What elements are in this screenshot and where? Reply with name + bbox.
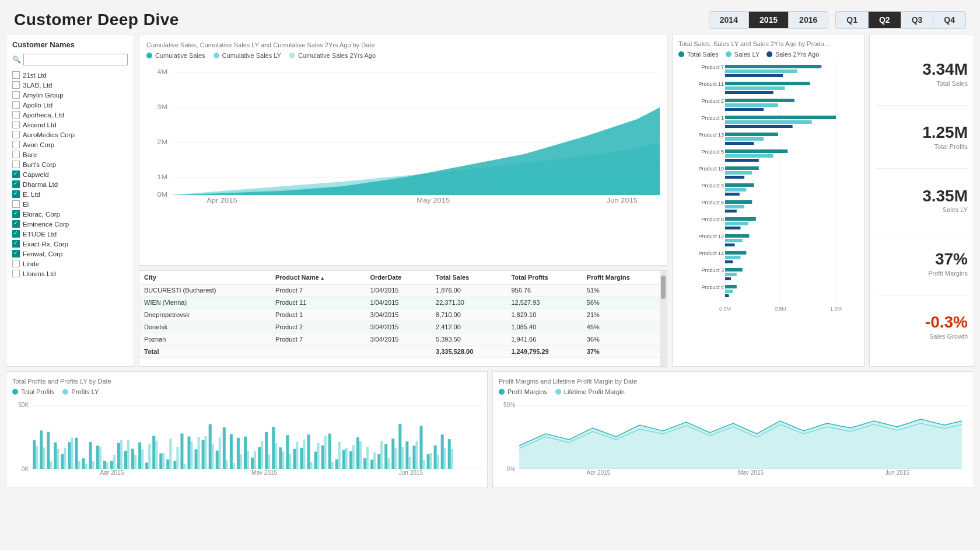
customer-checkbox[interactable]	[12, 161, 20, 168]
bottom-left-svg: 50K 0K Apr 2015 May 2015 Jun 2015	[12, 399, 481, 475]
quarter-q2-button[interactable]: Q2	[869, 12, 901, 28]
svg-rect-108	[124, 451, 127, 469]
customer-name-label: E. Ltd	[23, 191, 40, 198]
year-group: 2014 2015 2016	[709, 11, 828, 29]
legend-dot-sales-ly	[726, 51, 732, 57]
col-totalsales[interactable]: Total Sales	[431, 271, 506, 284]
svg-text:May 2015: May 2015	[251, 469, 278, 475]
customer-list-item[interactable]: Capweld	[12, 169, 128, 179]
customer-list-item[interactable]: AuroMedics Corp	[12, 130, 128, 140]
col-city[interactable]: City	[139, 271, 271, 284]
year-2016-button[interactable]: 2016	[789, 12, 828, 28]
customer-checkbox[interactable]	[12, 170, 20, 178]
svg-rect-69	[725, 260, 733, 263]
svg-rect-147	[261, 441, 263, 469]
customer-checkbox[interactable]	[12, 260, 20, 267]
customer-name-label: 3LAB, Ltd	[23, 82, 52, 89]
legend-sales-2yr: Sales 2Yrs Ago	[766, 51, 819, 58]
table-scrollbar[interactable]	[660, 271, 667, 366]
svg-text:Product 13: Product 13	[698, 132, 724, 138]
customer-list-item[interactable]: Exact-Rx, Corp	[12, 239, 128, 249]
svg-rect-65	[725, 243, 735, 246]
svg-rect-68	[725, 256, 740, 259]
scrollbar-thumb	[661, 276, 666, 299]
customer-checkbox[interactable]	[12, 141, 20, 148]
customer-list-item[interactable]: Apollo Ltd	[12, 100, 128, 110]
bottom-row: Total Profits and Profits LY by Date Tot…	[0, 371, 980, 488]
customer-list-item[interactable]: Linde	[12, 259, 128, 269]
customer-checkbox[interactable]	[12, 111, 20, 119]
customer-list-item[interactable]: Fenwal, Corp	[12, 249, 128, 259]
kpi-profit-margins-value: 37%	[935, 250, 968, 269]
svg-rect-110	[131, 449, 134, 469]
col-product[interactable]: Product Name	[271, 271, 365, 284]
customer-list-item[interactable]: 21st Ltd	[12, 70, 128, 80]
svg-rect-120	[166, 460, 169, 469]
quarter-q1-button[interactable]: Q1	[836, 12, 869, 28]
customer-checkbox[interactable]	[12, 190, 20, 198]
customer-list-item[interactable]: Apotheca, Ltd	[12, 110, 128, 120]
customer-checkbox[interactable]	[12, 220, 20, 228]
col-totalprofits[interactable]: Total Profits	[506, 271, 582, 284]
customer-checkbox[interactable]	[12, 131, 20, 138]
data-table: City Product Name OrderDate Total Sales …	[139, 271, 667, 358]
svg-rect-25	[725, 74, 783, 77]
bottom-left-title: Total Profits and Profits LY by Date	[12, 378, 481, 385]
customer-list-item[interactable]: Avon Corp	[12, 140, 128, 149]
svg-rect-164	[321, 445, 324, 469]
svg-rect-88	[54, 443, 57, 469]
svg-rect-83	[36, 446, 38, 469]
svg-rect-144	[251, 458, 254, 469]
quarter-q3-button[interactable]: Q3	[901, 12, 934, 28]
svg-rect-139	[233, 463, 235, 469]
customer-name-label: 21st Ltd	[23, 72, 47, 79]
customer-list-item[interactable]: Llorens Ltd	[12, 269, 128, 279]
customer-list-item[interactable]: E. Ltd	[12, 189, 128, 199]
customer-list-item[interactable]: Ei	[12, 199, 128, 209]
customer-checkbox[interactable]	[12, 180, 20, 188]
customer-list-item[interactable]: Bare	[12, 149, 128, 159]
customer-checkbox[interactable]	[12, 230, 20, 238]
svg-rect-150	[272, 427, 275, 469]
svg-rect-101	[99, 447, 102, 469]
customer-list-item[interactable]: 3LAB, Ltd	[12, 80, 128, 90]
customer-list-item[interactable]: Elorac, Corp	[12, 209, 128, 219]
customer-checkbox[interactable]	[12, 240, 20, 248]
kpi-sales-ly: 3.35M Sales LY	[876, 169, 968, 232]
customer-list-item[interactable]: Eminence Corp	[12, 219, 128, 229]
customer-checkbox[interactable]	[12, 121, 20, 128]
customer-list-item[interactable]: Dharma Ltd	[12, 179, 128, 189]
customer-checkbox[interactable]	[12, 210, 20, 218]
col-profitmargins[interactable]: Profit Margins	[582, 271, 667, 284]
customer-list-item[interactable]: ETUDE Ltd	[12, 229, 128, 239]
customer-list-item[interactable]: Burt's Corp	[12, 159, 128, 169]
svg-text:Product 6: Product 6	[701, 200, 724, 206]
svg-rect-100	[96, 445, 99, 469]
customer-checkbox[interactable]	[12, 81, 20, 89]
customer-list-item[interactable]: Ascend Ltd	[12, 120, 128, 130]
year-2015-button[interactable]: 2015	[749, 12, 789, 28]
customer-checkbox[interactable]	[12, 101, 20, 109]
svg-rect-124	[180, 433, 183, 469]
svg-rect-168	[335, 460, 338, 469]
customer-checkbox[interactable]	[12, 270, 20, 277]
customer-search-input[interactable]	[23, 54, 128, 65]
kpi-total-profits-value: 1.25M	[922, 124, 968, 142]
customer-checkbox[interactable]	[12, 250, 20, 257]
customer-name-label: ETUDE Ltd	[23, 231, 57, 238]
customer-checkbox[interactable]	[12, 151, 20, 158]
svg-rect-27	[725, 82, 810, 85]
year-2014-button[interactable]: 2014	[709, 12, 749, 28]
quarter-q4-button[interactable]: Q4	[933, 12, 965, 28]
legend-total-profits: Total Profits	[12, 388, 54, 395]
customer-checkbox[interactable]	[12, 200, 20, 208]
svg-rect-146	[258, 447, 261, 469]
svg-rect-191	[415, 441, 418, 469]
customer-checkbox[interactable]	[12, 71, 20, 79]
customer-list-item[interactable]: Amylin Group	[12, 90, 128, 100]
customer-checkbox[interactable]	[12, 91, 20, 99]
svg-text:Product 5: Product 5	[701, 149, 724, 155]
svg-rect-59	[725, 217, 756, 221]
col-orderdate[interactable]: OrderDate	[365, 271, 431, 284]
table-scroll[interactable]: City Product Name OrderDate Total Sales …	[139, 271, 667, 367]
